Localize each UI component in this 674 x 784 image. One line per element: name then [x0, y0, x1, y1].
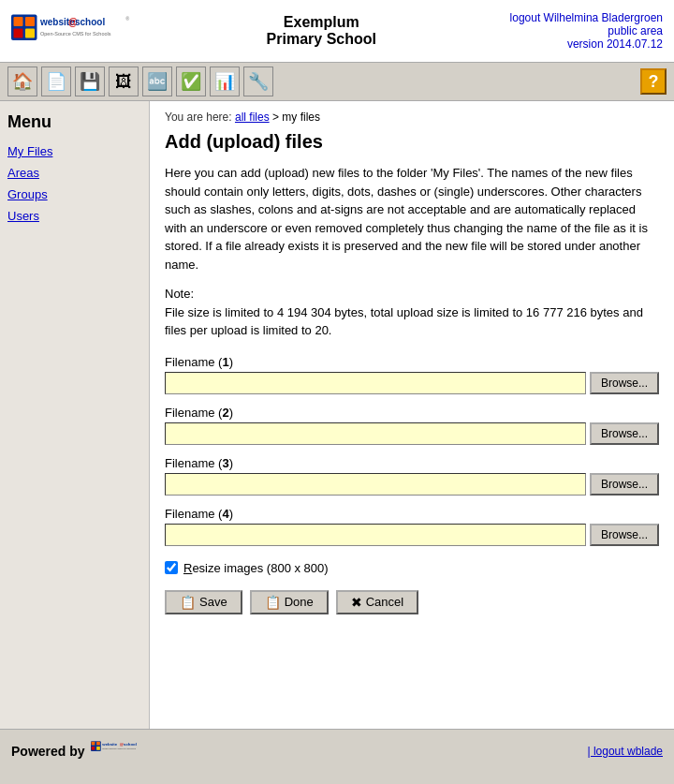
cancel-icon: ✖	[351, 595, 362, 610]
main-layout: Menu My Files Areas Groups Users You are…	[0, 101, 674, 729]
school-name: Exemplum Primary School	[133, 14, 510, 48]
browse-button-4[interactable]: Browse...	[590, 524, 659, 546]
svg-text:website: website	[101, 742, 117, 747]
help-button[interactable]: ?	[640, 68, 667, 95]
footer: Powered by website @ school Open-Source …	[0, 729, 674, 773]
website-at-school-logo: website @ school Open-Source CMS for Sch…	[11, 7, 133, 54]
logo-area: website @ school Open-Source CMS for Sch…	[11, 7, 133, 54]
svg-rect-4	[25, 29, 35, 38]
resize-row: Resize images (800 x 800)	[165, 561, 659, 575]
svg-text:®: ®	[126, 16, 130, 22]
file-input-row-4: Browse...	[165, 524, 659, 546]
svg-rect-2	[25, 17, 35, 26]
breadcrumb-separator: >	[270, 111, 283, 124]
cancel-label: Cancel	[366, 595, 403, 609]
toolbar-icons: 🏠 📄 💾 🖼 🔤 ✅ 📊 🔧	[7, 67, 273, 96]
sidebar: Menu My Files Areas Groups Users	[0, 101, 150, 729]
file-input-2[interactable]	[165, 422, 586, 445]
svg-text:@: @	[119, 742, 123, 747]
sidebar-item-areas[interactable]: Areas	[7, 165, 141, 181]
svg-text:school: school	[124, 742, 137, 747]
sidebar-title: Menu	[7, 112, 141, 132]
resize-checkbox[interactable]	[165, 561, 178, 574]
svg-rect-13	[91, 747, 95, 750]
breadcrumb-current: my files	[282, 111, 320, 124]
text-toolbar-btn[interactable]: 🔤	[142, 67, 172, 96]
footer-logout-link[interactable]: | logout wblade	[587, 745, 663, 758]
svg-text:Open-Source CMS for Schools: Open-Source CMS for Schools	[40, 31, 111, 37]
user-info: logout Wilhelmina Bladergroen public are…	[510, 11, 663, 51]
powered-by-text: Powered by	[11, 744, 85, 759]
file-input-3[interactable]	[165, 473, 586, 496]
file-input-4[interactable]	[165, 524, 586, 546]
svg-rect-1	[14, 17, 23, 26]
note-label: Note:	[165, 287, 194, 301]
sidebar-item-groups[interactable]: Groups	[7, 186, 141, 202]
content-area: You are here: all files > my files Add (…	[150, 101, 674, 729]
svg-rect-11	[91, 742, 95, 746]
file-input-row-2: Browse...	[165, 422, 659, 445]
toolbar: 🏠 📄 💾 🖼 🔤 ✅ 📊 🔧 ?	[0, 63, 674, 101]
save-toolbar-btn[interactable]: 💾	[75, 67, 105, 96]
file-row-1: Filename (1) Browse...	[165, 355, 659, 394]
breadcrumb-all-files[interactable]: all files	[235, 111, 270, 124]
svg-text:school: school	[75, 17, 105, 27]
cancel-button[interactable]: ✖ Cancel	[336, 590, 418, 614]
done-icon: 📋	[265, 595, 281, 610]
file-label-3: Filename (3)	[165, 456, 659, 470]
save-button[interactable]: 📋 Save	[165, 590, 242, 614]
resize-label[interactable]: Resize images (800 x 800)	[183, 561, 329, 575]
image-toolbar-btn[interactable]: 🖼	[109, 67, 139, 96]
browse-button-2[interactable]: Browse...	[590, 422, 659, 445]
file-label-2: Filename (2)	[165, 406, 659, 420]
page-title: Add (upload) files	[165, 131, 659, 153]
footer-logo: website @ school Open-Source CMS for Sch…	[91, 737, 166, 765]
page-description: Here you can add (upload) new files to t…	[165, 164, 659, 274]
file-label-1: Filename (1)	[165, 355, 659, 369]
done-label: Done	[285, 595, 314, 609]
save-label: Save	[199, 595, 227, 609]
page-note: Note: File size is limited to 4 194 304 …	[165, 285, 659, 340]
file-row-2: Filename (2) Browse...	[165, 406, 659, 445]
header: website @ school Open-Source CMS for Sch…	[0, 0, 674, 63]
svg-rect-14	[96, 747, 100, 750]
svg-rect-12	[96, 742, 100, 746]
footer-left: Powered by website @ school Open-Source …	[11, 737, 166, 765]
file-row-4: Filename (4) Browse...	[165, 507, 659, 546]
svg-rect-3	[14, 29, 23, 38]
action-buttons: 📋 Save 📋 Done ✖ Cancel	[165, 590, 659, 614]
home-toolbar-btn[interactable]: 🏠	[7, 67, 37, 96]
footer-right: | logout wblade	[587, 745, 663, 758]
browse-button-1[interactable]: Browse...	[590, 372, 659, 394]
tools-toolbar-btn[interactable]: 🔧	[243, 67, 273, 96]
sidebar-item-users[interactable]: Users	[7, 208, 141, 224]
file-row-3: Filename (3) Browse...	[165, 456, 659, 496]
file-label-4: Filename (4)	[165, 507, 659, 521]
page-toolbar-btn[interactable]: 📄	[41, 67, 71, 96]
done-button[interactable]: 📋 Done	[250, 590, 329, 614]
file-input-row-1: Browse...	[165, 372, 659, 394]
browse-button-3[interactable]: Browse...	[590, 473, 659, 496]
note-text: File size is limited to 4 194 304 bytes,…	[165, 305, 643, 338]
file-input-row-3: Browse...	[165, 473, 659, 496]
chart-toolbar-btn[interactable]: 📊	[210, 67, 240, 96]
svg-text:Open-Source CMS for Schools: Open-Source CMS for Schools	[102, 747, 136, 750]
breadcrumb: You are here: all files > my files	[165, 111, 659, 124]
file-input-1[interactable]	[165, 372, 586, 394]
sidebar-item-myfiles[interactable]: My Files	[7, 143, 141, 159]
save-icon: 📋	[180, 595, 196, 610]
check-toolbar-btn[interactable]: ✅	[176, 67, 206, 96]
